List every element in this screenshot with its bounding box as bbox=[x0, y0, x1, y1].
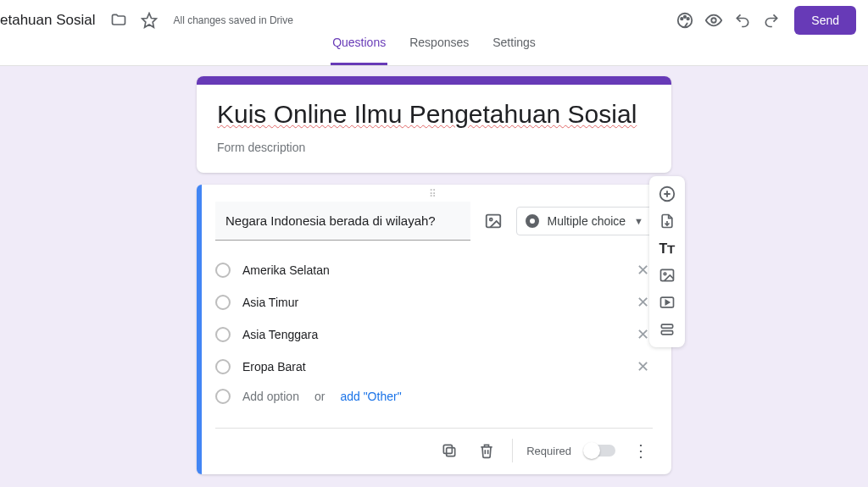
app-bar: etahuan Sosial All changes saved in Driv… bbox=[0, 0, 868, 36]
option-row[interactable]: Amerika Selatan ✕ bbox=[215, 254, 653, 286]
save-status: All changes saved in Drive bbox=[173, 14, 292, 26]
chevron-down-icon: ▼ bbox=[634, 216, 643, 226]
form-title[interactable]: Kuis Online Ilmu Pengetahuan Sosial bbox=[217, 100, 651, 129]
remove-option-icon[interactable]: ✕ bbox=[632, 357, 653, 377]
tab-questions[interactable]: Questions bbox=[331, 36, 387, 65]
doc-title[interactable]: etahuan Sosial bbox=[0, 12, 103, 29]
question-text-input[interactable] bbox=[215, 202, 470, 241]
option-row[interactable]: Asia Tenggara ✕ bbox=[215, 318, 653, 351]
move-to-folder-icon[interactable] bbox=[108, 10, 129, 30]
svg-rect-8 bbox=[447, 448, 455, 457]
divider bbox=[512, 439, 513, 462]
svg-marker-0 bbox=[142, 14, 157, 28]
svg-rect-15 bbox=[661, 331, 672, 335]
radio-outline-icon bbox=[215, 295, 231, 310]
customize-theme-icon[interactable] bbox=[670, 6, 699, 35]
active-indicator bbox=[197, 185, 202, 474]
add-section-icon[interactable] bbox=[653, 317, 682, 342]
floating-toolbar: Tᴛ bbox=[649, 176, 685, 347]
required-label: Required bbox=[526, 445, 571, 457]
delete-icon[interactable] bbox=[475, 439, 498, 462]
duplicate-icon[interactable] bbox=[437, 439, 461, 462]
svg-rect-6 bbox=[486, 215, 500, 228]
add-title-icon[interactable]: Tᴛ bbox=[653, 235, 682, 261]
svg-point-7 bbox=[489, 219, 492, 221]
drag-handle-icon[interactable]: ⠿ bbox=[197, 185, 671, 202]
radio-outline-icon bbox=[215, 327, 231, 342]
svg-point-12 bbox=[664, 273, 666, 275]
options-list: Amerika Selatan ✕ Asia Timur ✕ Asia Teng… bbox=[197, 246, 671, 421]
svg-point-2 bbox=[681, 18, 682, 19]
required-toggle[interactable] bbox=[585, 445, 615, 457]
radio-icon bbox=[526, 214, 539, 228]
preview-icon[interactable] bbox=[699, 6, 728, 35]
radio-outline-icon bbox=[215, 359, 231, 374]
add-image-icon[interactable] bbox=[482, 210, 504, 232]
add-question-icon[interactable] bbox=[653, 181, 682, 207]
add-option-button[interactable]: Add option bbox=[242, 390, 299, 403]
option-row[interactable]: Eropa Barat ✕ bbox=[215, 351, 653, 383]
or-separator: or bbox=[314, 390, 325, 403]
add-option-row: Add option or add "Other" bbox=[215, 383, 653, 418]
option-label[interactable]: Amerika Selatan bbox=[242, 263, 620, 277]
title-accent-bar bbox=[197, 76, 671, 85]
more-options-icon[interactable]: ⋮ bbox=[629, 440, 653, 461]
option-label[interactable]: Asia Timur bbox=[242, 296, 620, 309]
redo-icon[interactable] bbox=[757, 6, 786, 35]
radio-outline-icon bbox=[215, 263, 231, 278]
radio-outline-icon bbox=[215, 389, 231, 404]
svg-point-5 bbox=[712, 18, 717, 23]
import-questions-icon[interactable] bbox=[653, 208, 682, 234]
question-type-dropdown[interactable]: Multiple choice ▼ bbox=[516, 207, 654, 235]
question-type-label: Multiple choice bbox=[548, 214, 626, 228]
send-button[interactable]: Send bbox=[794, 6, 856, 35]
svg-rect-11 bbox=[661, 269, 674, 280]
tab-responses[interactable]: Responses bbox=[408, 36, 470, 65]
svg-point-4 bbox=[687, 18, 689, 19]
add-image-icon[interactable] bbox=[653, 263, 682, 288]
tabs: Questions Responses Settings bbox=[0, 36, 868, 66]
form-canvas: Kuis Online Ilmu Pengetahuan Sosial Form… bbox=[0, 66, 868, 474]
question-card[interactable]: ⠿ Multiple choice ▼ Amerika Selatan ✕ As… bbox=[197, 185, 671, 474]
option-label[interactable]: Eropa Barat bbox=[242, 360, 620, 374]
star-icon[interactable] bbox=[139, 10, 159, 30]
svg-rect-9 bbox=[444, 445, 453, 453]
tab-settings[interactable]: Settings bbox=[491, 36, 537, 65]
svg-rect-14 bbox=[661, 324, 672, 328]
form-description[interactable]: Form description bbox=[217, 141, 651, 154]
add-video-icon[interactable] bbox=[653, 290, 682, 315]
question-footer: Required ⋮ bbox=[215, 428, 653, 474]
svg-point-3 bbox=[684, 16, 686, 18]
undo-icon[interactable] bbox=[728, 6, 757, 35]
add-other-button[interactable]: add "Other" bbox=[340, 390, 401, 403]
option-label[interactable]: Asia Tenggara bbox=[242, 328, 620, 341]
option-row[interactable]: Asia Timur ✕ bbox=[215, 286, 653, 318]
form-title-card[interactable]: Kuis Online Ilmu Pengetahuan Sosial Form… bbox=[197, 76, 671, 173]
